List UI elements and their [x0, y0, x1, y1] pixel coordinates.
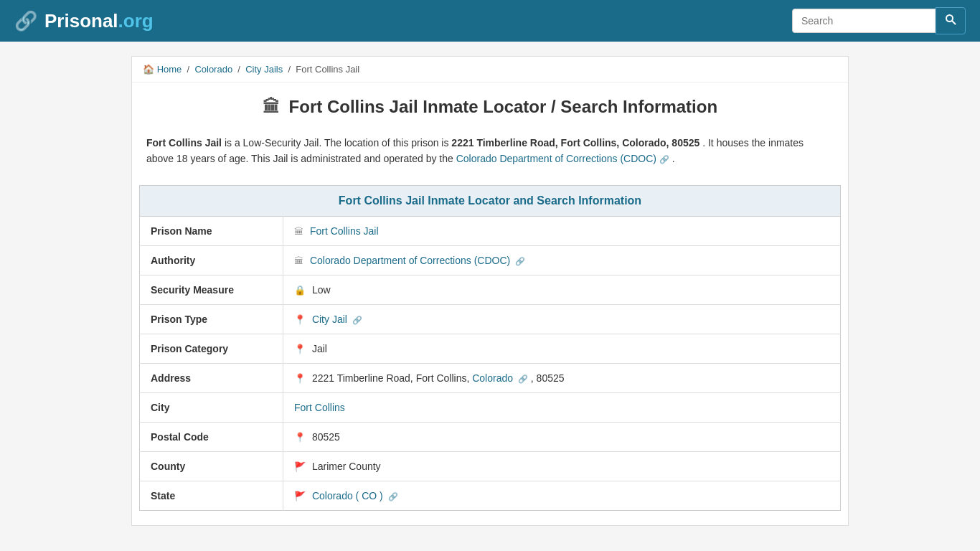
prison-type-icon: 📍 — [294, 314, 306, 325]
label-postal-code: Postal Code — [140, 422, 283, 451]
county-icon: 🚩 — [294, 461, 306, 472]
postal-code-value: 80525 — [312, 431, 340, 443]
prison-category-icon: 📍 — [294, 344, 306, 354]
county-value: Larimer County — [312, 461, 381, 472]
search-area — [792, 7, 966, 34]
cdoc-link[interactable]: Colorado Department of Corrections (CDOC… — [456, 153, 656, 164]
header: 🔗 Prisonal.org — [0, 0, 980, 42]
label-authority: Authority — [140, 245, 283, 275]
table-row: Authority 🏛 Colorado Department of Corre… — [140, 245, 841, 275]
description-ext-icon: 🔗 — [659, 155, 669, 164]
logo-icon: 🔗 — [14, 10, 37, 32]
home-icon: 🏠 — [143, 64, 154, 75]
label-city: City — [140, 392, 283, 422]
label-county: County — [140, 451, 283, 481]
label-address: Address — [140, 363, 283, 392]
state-link[interactable]: Colorado ( CO ) — [312, 490, 383, 501]
jail-icon: 🏛 — [263, 97, 280, 116]
table-row: Prison Type 📍 City Jail 🔗 — [140, 304, 841, 334]
page-title-area: 🏛 Fort Collins Jail Inmate Locator / Sea… — [132, 83, 848, 124]
value-county: 🚩 Larimer County — [283, 451, 841, 481]
table-row: Prison Name 🏛 Fort Collins Jail — [140, 216, 841, 245]
info-section-title: Fort Collins Jail Inmate Locator and Sea… — [139, 185, 841, 216]
logo[interactable]: 🔗 Prisonal.org — [14, 10, 154, 32]
info-section: Fort Collins Jail Inmate Locator and Sea… — [139, 185, 841, 511]
value-security: 🔒 Low — [283, 275, 841, 304]
security-icon: 🔒 — [294, 285, 306, 296]
address-bold: 2221 Timberline Road, Fort Collins, Colo… — [451, 137, 699, 149]
logo-text: Prisonal.org — [44, 10, 154, 32]
table-row: Postal Code 📍 80525 — [140, 422, 841, 451]
content-wrapper: 🏠 Home / Colorado / City Jails / Fort Co… — [131, 56, 849, 526]
svg-line-1 — [952, 21, 956, 24]
value-prison-category: 📍 Jail — [283, 334, 841, 363]
breadcrumb: 🏠 Home / Colorado / City Jails / Fort Co… — [132, 57, 848, 83]
label-prison-category: Prison Category — [140, 334, 283, 363]
breadcrumb-type[interactable]: City Jails — [245, 64, 283, 75]
value-postal-code: 📍 80525 — [283, 422, 841, 451]
page-title: 🏛 Fort Collins Jail Inmate Locator / Sea… — [143, 97, 837, 117]
label-state: State — [140, 481, 283, 510]
value-prison-name: 🏛 Fort Collins Jail — [283, 216, 841, 245]
prison-name-bold: Fort Collins Jail — [146, 137, 222, 149]
address-icon: 📍 — [294, 373, 306, 384]
address-ext-icon: 🔗 — [518, 375, 528, 383]
search-icon — [945, 14, 956, 25]
logo-org-text: .org — [118, 10, 154, 32]
value-address: 📍 2221 Timberline Road, Fort Collins, Co… — [283, 363, 841, 392]
prison-name-link[interactable]: Fort Collins Jail — [310, 225, 379, 237]
label-prison-type: Prison Type — [140, 304, 283, 334]
logo-main-text: Prisonal — [44, 10, 118, 32]
info-table-body: Prison Name 🏛 Fort Collins Jail Authorit… — [140, 216, 841, 510]
state-icon: 🚩 — [294, 491, 306, 501]
security-value: Low — [312, 284, 331, 296]
search-input[interactable] — [792, 9, 936, 33]
value-prison-type: 📍 City Jail 🔗 — [283, 304, 841, 334]
table-row: Security Measure 🔒 Low — [140, 275, 841, 304]
page-title-text: Fort Collins Jail Inmate Locator / Searc… — [289, 97, 717, 116]
description-text3: . — [672, 153, 675, 164]
prison-type-link[interactable]: City Jail — [312, 314, 347, 325]
address-text-before: 2221 Timberline Road, Fort Collins, — [312, 372, 472, 384]
table-row: State 🚩 Colorado ( CO ) 🔗 — [140, 481, 841, 510]
label-security: Security Measure — [140, 275, 283, 304]
authority-link[interactable]: Colorado Department of Corrections (CDOC… — [310, 255, 510, 266]
info-table: Prison Name 🏛 Fort Collins Jail Authorit… — [139, 216, 841, 511]
breadcrumb-home[interactable]: Home — [157, 64, 182, 75]
postal-icon: 📍 — [294, 432, 306, 443]
authority-icon: 🏛 — [294, 255, 303, 266]
description-text1: is a Low-Security Jail. The location of … — [225, 137, 451, 149]
breadcrumb-state[interactable]: Colorado — [194, 64, 232, 75]
value-authority: 🏛 Colorado Department of Corrections (CD… — [283, 245, 841, 275]
table-row: Prison Category 📍 Jail — [140, 334, 841, 363]
label-prison-name: Prison Name — [140, 216, 283, 245]
table-row: County 🚩 Larimer County — [140, 451, 841, 481]
table-row: City Fort Collins — [140, 392, 841, 422]
prison-type-ext-icon: 🔗 — [352, 316, 362, 324]
breadcrumb-current: Fort Collins Jail — [296, 64, 359, 75]
search-button[interactable] — [936, 7, 966, 34]
value-city: Fort Collins — [283, 392, 841, 422]
value-state: 🚩 Colorado ( CO ) 🔗 — [283, 481, 841, 510]
authority-ext-icon: 🔗 — [515, 257, 525, 265]
table-row: Address 📍 2221 Timberline Road, Fort Col… — [140, 363, 841, 392]
state-ext-icon: 🔗 — [388, 492, 398, 501]
svg-point-0 — [946, 15, 953, 22]
address-text-after: , 80525 — [531, 372, 565, 384]
city-link[interactable]: Fort Collins — [294, 402, 345, 413]
description: Fort Collins Jail is a Low-Security Jail… — [132, 124, 848, 185]
prison-category-value: Jail — [312, 343, 327, 354]
prison-name-icon: 🏛 — [294, 226, 303, 237]
address-state-link[interactable]: Colorado — [472, 372, 513, 384]
